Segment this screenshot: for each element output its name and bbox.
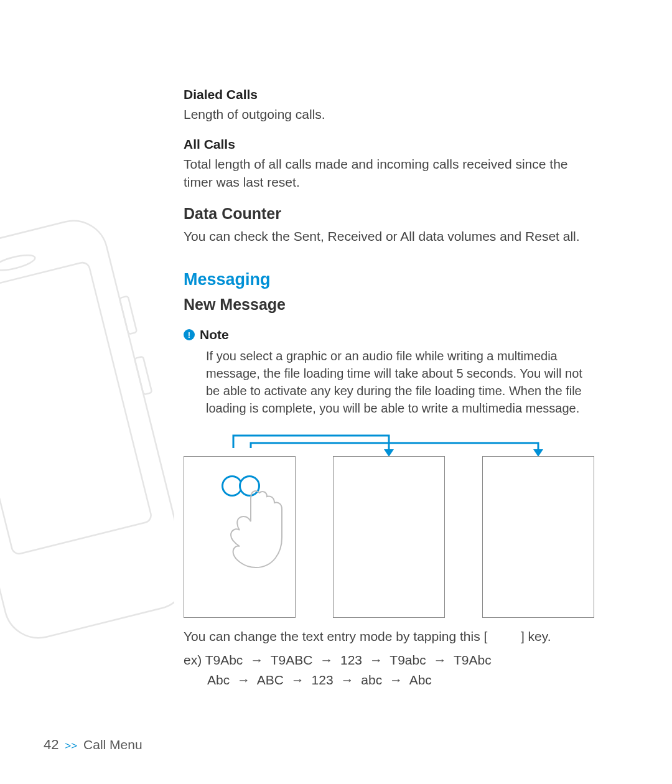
page-footer: 42 >> Call Menu <box>44 737 142 753</box>
text-entry-mode-diagram <box>184 428 594 621</box>
example-seq-2: Abc → ABC → 123 → abc → Abc <box>184 670 432 691</box>
phone-outline-illustration <box>0 205 174 672</box>
diagram-panel-3 <box>482 456 594 618</box>
note-block: ! Note If you select a graphic or an aud… <box>184 327 594 417</box>
text-dialed-calls: Length of outgoing calls. <box>184 106 594 123</box>
chevron-icon: >> <box>62 740 80 752</box>
text-all-calls: Total length of all calls made and incom… <box>184 156 594 191</box>
svg-rect-4 <box>134 357 152 395</box>
text-data-counter: You can check the Sent, Received or All … <box>184 228 594 245</box>
diagram-panel-2 <box>333 456 445 618</box>
svg-rect-3 <box>119 296 137 335</box>
tap-instruction: You can change the text entry mode by ta… <box>184 627 594 646</box>
tap-pre: You can change the text entry mode by ta… <box>184 629 487 643</box>
heading-messaging: Messaging <box>184 270 594 289</box>
diagram-panel-1 <box>184 456 296 618</box>
breadcrumb: Call Menu <box>83 737 142 752</box>
heading-data-counter: Data Counter <box>184 205 594 223</box>
tap-post: ] key. <box>521 629 551 643</box>
info-icon: ! <box>184 329 195 340</box>
example-prefix: ex) <box>184 653 205 667</box>
svg-rect-0 <box>0 213 174 645</box>
heading-new-message: New Message <box>184 296 594 314</box>
example-sequences: ex) T9Abc → T9ABC → 123 → T9abc → T9Abc … <box>184 650 594 691</box>
key-placeholder <box>487 629 521 643</box>
note-body: If you select a graphic or an audio file… <box>206 347 592 417</box>
example-seq-1: T9Abc → T9ABC → 123 → T9abc → T9Abc <box>205 653 492 667</box>
svg-point-2 <box>0 252 36 273</box>
page-number: 42 <box>44 737 58 752</box>
page-content: Dialed Calls Length of outgoing calls. A… <box>184 87 594 691</box>
heading-all-calls: All Calls <box>184 137 594 152</box>
hand-pointer-icon <box>218 482 293 575</box>
note-label: Note <box>200 327 229 342</box>
heading-dialed-calls: Dialed Calls <box>184 87 594 102</box>
